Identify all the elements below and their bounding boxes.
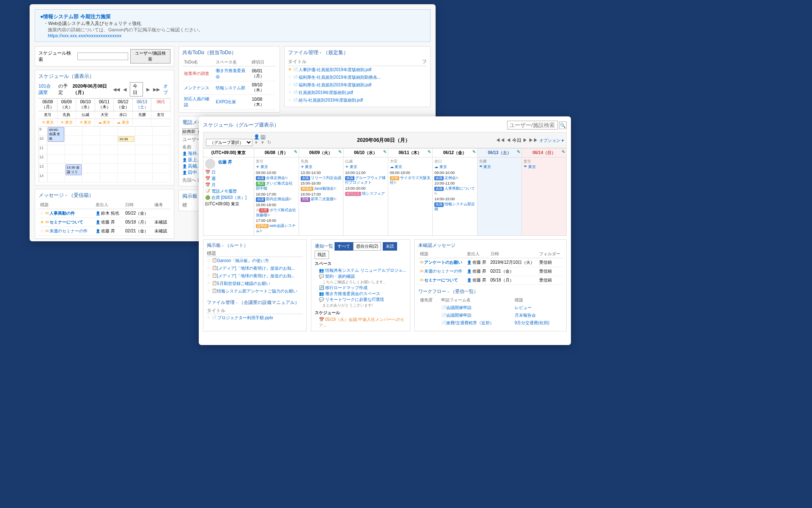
star-icon[interactable]: ☆ [207, 288, 212, 293]
bbs-link[interactable]: [メディア]「地球の夜明け」放送のお知... [217, 273, 295, 279]
bbs-link[interactable]: 情報システム部アンケートご協力のお願い [217, 288, 297, 294]
event-item[interactable]: 来訪さいど株式会社 田中様 [256, 181, 297, 191]
wf-form-link[interactable]: 会議開催申請 [446, 313, 472, 318]
unread-link[interactable]: アンケートのお願い [424, 260, 462, 265]
week-cell[interactable]: 仏滅☀ 東京10:00-11:00会議グループウェア移行プロジェクト13:00-… [343, 157, 388, 236]
notice-link[interactable]: https://xxx.xxx.xxx/xxxxxxxxxxxxxxx [48, 33, 121, 38]
today-button[interactable]: 今日 [130, 82, 143, 97]
star-icon[interactable]: ☆ [288, 82, 293, 87]
event-item[interactable]: 15:00-16:00勉強会Java勉強会 [301, 181, 342, 191]
file2-link[interactable]: プロジェクター利用手順.pptx [217, 315, 273, 321]
notif-link[interactable]: 💬 契約・規約確認 [315, 273, 406, 279]
star-icon[interactable]: ★ [288, 67, 293, 72]
unread-title[interactable]: 未確認メッセージ [418, 242, 563, 248]
day-head-5[interactable]: 06/13（土）✎ [477, 149, 522, 157]
event-item[interactable]: 16:00-17:00面接新卒二次面接 [301, 192, 342, 202]
day-head-3[interactable]: 06/11（木）✎ [388, 149, 433, 157]
schedule-title[interactable]: スケジュール（週表示） [38, 73, 170, 80]
star-icon[interactable]: ☆ [207, 265, 212, 270]
wf-title-link[interactable]: 月末報告会 [515, 313, 536, 318]
notif-link[interactable]: 💬 リモートワークに必要なIT環境 [315, 297, 406, 303]
wf-form-link[interactable]: 旅費/交通費精算（近郊） [446, 320, 494, 325]
refresh-icon[interactable]: ↻ [266, 140, 272, 145]
message-link[interactable]: セミナーについて [49, 220, 83, 224]
event-item[interactable]: 09:00-10:00会議全体定例会 [256, 171, 297, 180]
todo-link[interactable]: 対応人員の確認 [184, 97, 209, 107]
wk-prev-icon[interactable]: ◀ [506, 138, 511, 143]
bbs-link[interactable]: 5月勤怠登録ご確認のお願い [217, 281, 270, 287]
todo-title[interactable]: 共有ToDo（担当ToDo） [182, 49, 276, 56]
schedule-search-input[interactable] [77, 52, 128, 60]
file2-title[interactable]: ファイル管理 - （会議室の設備マニュアル） [207, 299, 303, 306]
file-link[interactable]: 福利厚生-社員規則2019年度版細則.pdf [299, 82, 371, 88]
star-icon[interactable]: ☆ [207, 281, 212, 285]
user-name-link[interactable]: 佐藤 昇 [218, 160, 232, 164]
unread-link[interactable]: セミナーについて [424, 278, 458, 282]
tab-all[interactable]: すべて [335, 242, 353, 251]
bbs-link[interactable]: Garoon「掲示板」の使い方 [217, 258, 269, 264]
event-item[interactable]: 09:00-10:00会議定例会 [434, 171, 475, 180]
wk-option-link[interactable]: オプション ▾ [539, 138, 564, 143]
message-link[interactable]: 来週のセミナーの件 [49, 229, 88, 233]
event-item[interactable]: 14:00-15:00会議情報システム部定例 [434, 197, 475, 212]
week-cell[interactable]: 大安☁ 東京09:00-18:00出張サイボウズ大阪支社 [388, 157, 433, 236]
star-icon[interactable]: ☆ [288, 90, 293, 94]
facility-toggle-icon[interactable]: 🏢▾ [260, 134, 265, 145]
user-facility-search-button[interactable]: ユーザー/施設検索 [130, 49, 170, 64]
tab-read[interactable]: 既読 [315, 251, 329, 259]
event-item[interactable]: 17:00-18:00説明会web会議システム [256, 218, 297, 233]
bbs2-title[interactable]: 掲示板 - （ルート） [207, 242, 303, 248]
todo-link[interactable]: 複業率の調査 [184, 71, 209, 76]
nav-last-icon[interactable]: ▶▶ [153, 87, 160, 92]
wk-today-button[interactable]: 今日 [512, 138, 521, 143]
week-cell[interactable]: 先負☀ 東京13:30-14:30会議リリース判定会議15:00-16:00勉強… [299, 157, 343, 236]
bbs-link[interactable]: [メディア]「地球の夜明け」放送のお知... [217, 265, 295, 271]
star-icon[interactable]: ☆ [288, 97, 293, 102]
star-icon[interactable]: ☆ [207, 273, 212, 278]
notif-link[interactable]: 🔄 移行ロードマップ作成 [315, 285, 406, 291]
message-link[interactable]: 人事異動の件 [49, 211, 75, 215]
event-item[interactable]: 16:00-17:00会議部内定例会議 [256, 192, 297, 202]
week-cell[interactable]: 友引☀ 東京09:00-10:00会議全体定例会来訪さいど株式会社 田中様16:… [254, 157, 299, 236]
unread-link[interactable]: 来週のセミナーの件 [424, 269, 462, 273]
week-cell[interactable]: 友引☂ 東京 [522, 157, 567, 236]
week-cell[interactable]: 先勝☂ 東京 [477, 157, 522, 236]
message-title[interactable]: メッセージ - （受信箱） [38, 192, 170, 199]
event-item[interactable]: 13:30-14:30会議リリース判定会議 [301, 171, 342, 180]
search-icon[interactable]: 🔍 [559, 121, 567, 129]
user-toggle-icon[interactable]: 👤▾ [254, 134, 259, 145]
wk-last-icon[interactable]: ▶▶ [529, 138, 538, 143]
tab-unread[interactable]: 未読 [383, 242, 397, 251]
tab-mention[interactable]: @自分宛(2) [353, 242, 381, 251]
wf-form-link[interactable]: 会議開催申請 [446, 305, 472, 310]
options-link[interactable]: オプ [163, 83, 170, 96]
nav-next-icon[interactable]: ▶ [146, 87, 150, 92]
group-schedule-title[interactable]: スケジュール（グループ週表示） [203, 121, 279, 129]
file-link[interactable]: 福利厚生-社員規則2019年度版細則勤務条... [299, 75, 381, 80]
wf-title-link[interactable]: 9月分交通費(松田) [515, 320, 549, 325]
day-head-0[interactable]: 06/08（月）✎ [254, 149, 299, 157]
event-item[interactable]: 16:00-18:00⚠任意ボウズ株式会社 加藤様 [256, 203, 297, 218]
workflow-title[interactable]: ワークフロー - （受信一覧） [418, 288, 563, 295]
nav-first-icon[interactable]: ◀◀ [113, 87, 120, 92]
week-cell[interactable]: 赤口☁ 東京09:00-10:00会議定例会10:00-11:00会議人事異動に… [433, 157, 477, 236]
file-link[interactable]: 人事評価-社員規則2019年度版細則.pdf [299, 67, 371, 73]
day-head-1[interactable]: 06/09（火）✎ [299, 149, 343, 157]
wk-next-icon[interactable]: ▶ [523, 138, 527, 143]
nav-prev-icon[interactable]: ◀ [123, 87, 126, 92]
file-link[interactable]: 給与-社員規則2019年度版細則.pdf [299, 97, 363, 103]
group-select[interactable]: （グループ選択） [206, 139, 252, 146]
star-icon[interactable]: ☆ [207, 258, 212, 262]
notif-link[interactable]: 👥 情報共有システム リニューアルプロジェ... [315, 268, 406, 273]
wk-first-icon[interactable]: ◀◀ [496, 138, 505, 143]
wf-title-link[interactable]: レビュー [515, 305, 532, 310]
star-icon[interactable]: ☆ [288, 75, 293, 79]
todo-link[interactable]: メンテナンス [184, 86, 209, 90]
event-item[interactable]: 09:00-18:00出張サイボウズ大阪支社 [390, 171, 431, 185]
day-head-4[interactable]: 06/12（金）✎ [433, 149, 477, 157]
file-link[interactable]: 社員規則2019年度版細則.pdf [299, 90, 353, 96]
event-item[interactable]: 10:00-11:00会議グループウェア移行プロジェクト [345, 171, 386, 185]
user-facility-search-input[interactable] [507, 121, 558, 130]
notif-link[interactable]: 👥 働き方推進委員会のスペース [315, 291, 406, 297]
room-link[interactable]: 101会議室 [38, 83, 55, 96]
